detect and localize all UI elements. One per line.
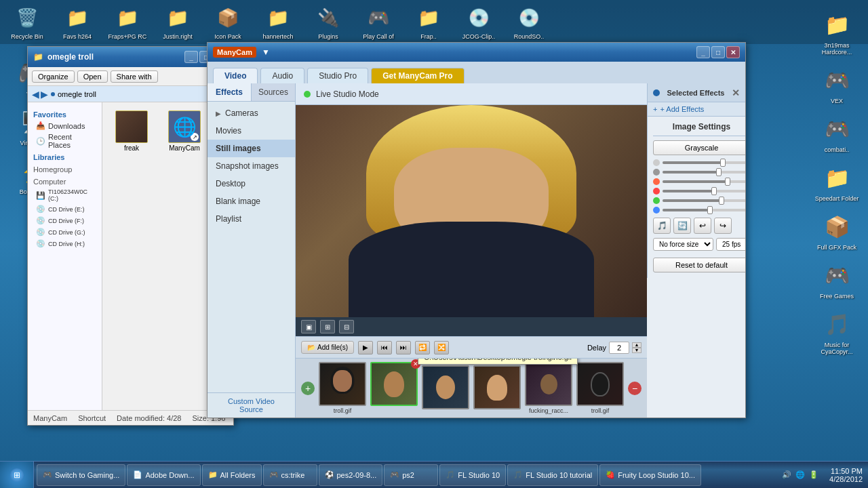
desktop-icon-2[interactable]: 📁 Fraps+PG RC (103, 3, 152, 42)
tab-video[interactable]: Video (213, 68, 258, 83)
folder-icon: 📁 (415, 5, 442, 32)
size-select[interactable]: No force size (653, 238, 713, 251)
desktop-icon-right-3[interactable]: 📁 Speedart Folder (810, 159, 864, 205)
slider-0[interactable] (663, 161, 745, 164)
sidebar-drive-g[interactable]: 💿 CD Drive (G:) (31, 226, 99, 238)
taskbar-btn-6[interactable]: 🎵 FL Studio 10 (439, 464, 506, 486)
slider-1[interactable] (663, 171, 745, 174)
slider-5[interactable] (663, 209, 745, 211)
taskbar-btn-5[interactable]: 🎮 ps2 (384, 464, 438, 486)
filmstrip-add-button[interactable]: + (301, 382, 315, 395)
settings-ctrl-2[interactable]: ↩ (694, 218, 711, 234)
delay-down-button[interactable]: ▼ (632, 348, 642, 353)
tab-sources[interactable]: Sources (252, 83, 295, 101)
film-thumb-1[interactable]: ✕ girl6.gif (370, 362, 418, 414)
menu-item-blank-image[interactable]: Blank image (208, 192, 295, 210)
film-thumb-close-1[interactable]: ✕ (411, 359, 420, 369)
slider-2[interactable] (663, 180, 745, 183)
preview-ctrl-3[interactable]: ⊟ (339, 320, 354, 333)
film-thumb-3[interactable] (473, 365, 521, 411)
prev-button[interactable]: ⏮ (377, 341, 392, 354)
taskbar-btn-8[interactable]: 🍓 Fruity Loop Studio 10... (599, 464, 701, 486)
slider-3[interactable] (663, 190, 745, 192)
share-button[interactable]: Share with (111, 70, 158, 83)
desktop-icon-right-6[interactable]: 🎵 Music for CyaCopyr... (810, 305, 864, 358)
menu-item-desktop[interactable]: Desktop (208, 175, 295, 192)
menu-item-snapshot-images[interactable]: Snapshot images (208, 157, 295, 175)
reset-default-button[interactable]: Reset to default (653, 258, 745, 272)
filmstrip-remove-button[interactable]: − (628, 382, 642, 395)
sidebar-item-downloads[interactable]: 📥 Downloads (31, 120, 99, 131)
tab-studio-pro[interactable]: Studio Pro (307, 68, 368, 83)
taskbar-btn-1[interactable]: 📄 Adobe Down... (127, 464, 200, 486)
organize-button[interactable]: Organize (32, 70, 75, 83)
file-item-manycam[interactable]: 🌐 ↗ ManyCam (161, 108, 208, 155)
desktop-icon-8[interactable]: 📁 Frap.. (404, 3, 453, 42)
taskbar-btn-7[interactable]: 🎵 FL Studio 10 tutorial (507, 464, 598, 486)
tab-effects[interactable]: Effects (208, 83, 252, 101)
film-thumb-4[interactable]: fucking_racc... (525, 362, 572, 414)
fps-select[interactable]: 25 fps (716, 238, 745, 251)
forward-button[interactable]: ▶ (41, 89, 48, 100)
desktop-icon-right-1[interactable]: 🎮 VEX (810, 61, 864, 107)
taskbar-btn-4[interactable]: ⚽ pes2-09-8... (319, 464, 383, 486)
desktop-icon-10[interactable]: 💿 RoundSO.. (505, 3, 553, 42)
effects-close-button[interactable]: ✕ (732, 87, 740, 98)
settings-ctrl-3[interactable]: ↪ (714, 218, 732, 234)
desktop-icon-right-5[interactable]: 🎮 Free Games (810, 256, 864, 302)
desktop-icon-6[interactable]: 🔌 Plugins (304, 3, 353, 42)
settings-ctrl-1[interactable]: 🔄 (673, 218, 691, 234)
film-thumb-5[interactable]: troll.gif (576, 362, 624, 414)
next-button[interactable]: ⏭ (396, 341, 411, 354)
film-thumb-0[interactable]: troll.gif (319, 362, 366, 414)
taskbar-btn-2[interactable]: 📁 All Folders (202, 464, 262, 486)
file-item-freak[interactable]: freak (108, 108, 155, 155)
desktop-icon-recycle-bin[interactable]: 🗑️ Recycle Bin (3, 3, 52, 42)
add-effects-button[interactable]: + + Add Effects (648, 102, 745, 117)
menu-item-movies[interactable]: Movies (208, 122, 295, 140)
delay-up-button[interactable]: ▲ (632, 342, 642, 348)
back-button[interactable]: ◀ (32, 89, 39, 100)
taskbar-btn-0[interactable]: 🎮 Switch to Gaming... (37, 464, 125, 486)
sidebar-drive-f[interactable]: 💿 CD Drive (F:) (31, 215, 99, 226)
shuffle-button[interactable]: 🔀 (434, 341, 449, 354)
add-file-button[interactable]: 📂 Add file(s) (301, 341, 354, 354)
minimize-button[interactable]: _ (184, 51, 198, 63)
sidebar-drive-e[interactable]: 💿 CD Drive (E:) (31, 203, 99, 215)
delay-input[interactable] (609, 342, 629, 354)
menu-item-still-images[interactable]: Still images (208, 140, 295, 157)
sidebar-drive-c[interactable]: 💾 TI106234W0C (C:) (31, 187, 99, 203)
taskbar-btn-3[interactable]: 🎮 cs:trike (263, 464, 317, 486)
desktop-icon-9[interactable]: 💿 JCOG-Clip.. (454, 3, 503, 42)
open-button[interactable]: Open (77, 70, 108, 83)
settings-ctrl-0[interactable]: 🎵 (653, 218, 671, 234)
preview-ctrl-2[interactable]: ⊞ (320, 320, 335, 333)
sidebar-item-recent[interactable]: 🕒 Recent Places (31, 131, 99, 150)
desktop-icon-7[interactable]: 🎮 Play Call of (354, 3, 403, 42)
tab-get-pro[interactable]: Get ManyCam Pro (371, 68, 464, 83)
play-button[interactable]: ▶ (358, 341, 373, 354)
manycam-minimize-button[interactable]: _ (696, 46, 710, 58)
menu-item-playlist[interactable]: Playlist (208, 210, 295, 228)
add-icon: + (653, 105, 657, 113)
desktop-icon-3[interactable]: 📁 Justin.right (153, 3, 202, 42)
desktop-icon-1[interactable]: 📁 Favs h264 (53, 3, 102, 42)
manycam-maximize-button[interactable]: □ (711, 46, 725, 58)
repeat-button[interactable]: 🔁 (415, 341, 430, 354)
manycam-window: ManyCam ▼ _ □ ✕ Video Audio Studio Pro G… (207, 42, 746, 418)
start-button[interactable]: ⊞ (0, 462, 34, 489)
preview-ctrl-1[interactable]: ▣ (301, 320, 316, 333)
slider-4[interactable] (663, 199, 745, 202)
manycam-close-button[interactable]: ✕ (726, 46, 740, 58)
film-thumb-2[interactable] (422, 365, 469, 411)
desktop-icon-right-0[interactable]: 📁 3n19mas Hardcore... (810, 5, 864, 58)
sidebar-drive-h[interactable]: 💿 CD Drive (H:) (31, 238, 99, 249)
desktop-icon-4[interactable]: 📦 Icon Pack (203, 3, 252, 42)
desktop-icon-5[interactable]: 📁 hannertech (254, 3, 302, 42)
custom-video-source-button[interactable]: Custom Video Source (208, 392, 295, 418)
menu-item-cameras[interactable]: ▶ Cameras (208, 104, 295, 122)
desktop-icon-right-2[interactable]: 🎮 combati.. (810, 110, 864, 156)
tab-audio[interactable]: Audio (260, 68, 304, 83)
desktop-icon-right-4[interactable]: 📦 Full GFX Pack (810, 207, 864, 253)
grayscale-button[interactable]: Grayscale (653, 140, 745, 155)
